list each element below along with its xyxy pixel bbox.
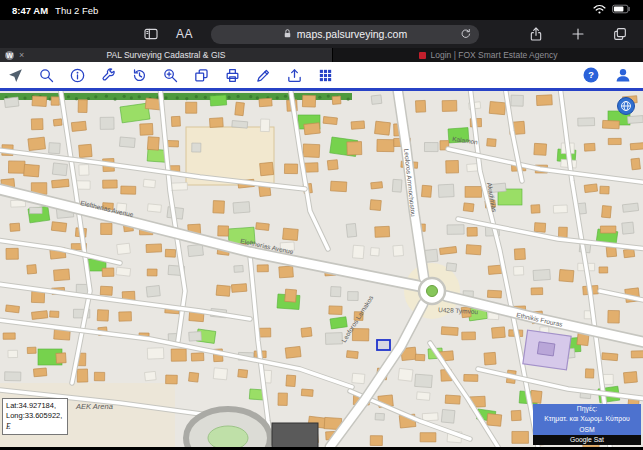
attribution-source-cadastral[interactable]: Κτηματ. και Χωρομ. Κύπρου (533, 414, 641, 424)
status-time: 8:47 AM (12, 5, 48, 16)
address-bar[interactable]: maps.palsurveying.com (211, 25, 479, 44)
longitude-value: Long:33.605922, (6, 411, 62, 422)
safari-toolbar: AA maps.palsurveying.com (0, 20, 643, 48)
reload-button[interactable] (459, 27, 472, 42)
tab-inactive-fox-login[interactable]: Login | FOX Smart Estate Agency (333, 48, 643, 62)
map-container[interactable]: Eleftherias AvenueEleftherias AvenueLeof… (0, 91, 643, 447)
ipad-screen: 8:47 AMThu 2 Feb AA maps.palsurveying.co… (0, 0, 643, 450)
attribution-source-google-sat[interactable]: Google Sat (533, 435, 641, 445)
status-date: Thu 2 Feb (55, 5, 98, 16)
windows-layers-button[interactable] (192, 66, 211, 85)
zoom-in-button[interactable] (161, 66, 180, 85)
attribution-header: Πηγές: (533, 404, 641, 414)
print-button[interactable] (223, 66, 242, 85)
fox-favicon (419, 52, 426, 59)
status-right (593, 4, 631, 16)
map-attribution: Πηγές: Κτηματ. και Χωρομ. Κύπρου OSM Goo… (533, 404, 641, 445)
status-bar: 8:47 AMThu 2 Feb (0, 0, 643, 20)
history-button[interactable] (130, 66, 149, 85)
app-toolbar: ? (0, 62, 643, 91)
grid-apps-button[interactable] (316, 66, 335, 85)
sidebar-toggle-button[interactable] (142, 25, 160, 43)
upload-button[interactable] (285, 66, 304, 85)
url-text: maps.palsurveying.com (297, 28, 407, 40)
latitude-value: Lat:34.927184, (6, 401, 62, 412)
locate-arrow-button[interactable] (6, 66, 25, 85)
reader-text-button[interactable]: AA (176, 27, 193, 41)
svg-text:AEK Arena: AEK Arena (75, 402, 113, 411)
globe-layers-button[interactable] (617, 97, 635, 115)
draw-pencil-button[interactable] (254, 66, 273, 85)
wifi-icon (593, 4, 606, 16)
svg-text:?: ? (588, 70, 594, 80)
status-left: 8:47 AMThu 2 Feb (12, 5, 105, 16)
hemisphere-value: E (6, 422, 62, 433)
tab-title: Login | FOX Smart Estate Agency (431, 50, 558, 60)
tabs-overview-button[interactable] (611, 25, 629, 43)
battery-icon (612, 4, 631, 16)
tab-active-pal-surveying[interactable]: W × PAL Surveying Cadastral & GIS (0, 48, 332, 62)
lock-icon (283, 28, 292, 41)
coordinates-readout: Lat:34.927184, Long:33.605922, E (2, 398, 68, 436)
tools-wrench-button[interactable] (99, 66, 118, 85)
user-account-button[interactable] (613, 66, 632, 85)
map-canvas[interactable]: Eleftherias AvenueEleftherias AvenueLeof… (0, 91, 643, 447)
share-button[interactable] (527, 25, 545, 43)
new-tab-button[interactable] (569, 25, 587, 43)
search-button[interactable] (37, 66, 56, 85)
help-button[interactable]: ? (581, 66, 600, 85)
tab-title: PAL Surveying Cadastral & GIS (0, 50, 332, 60)
tab-bar: W × PAL Surveying Cadastral & GIS Login … (0, 48, 643, 62)
attribution-source-osm[interactable]: OSM (533, 425, 641, 435)
info-button[interactable] (68, 66, 87, 85)
